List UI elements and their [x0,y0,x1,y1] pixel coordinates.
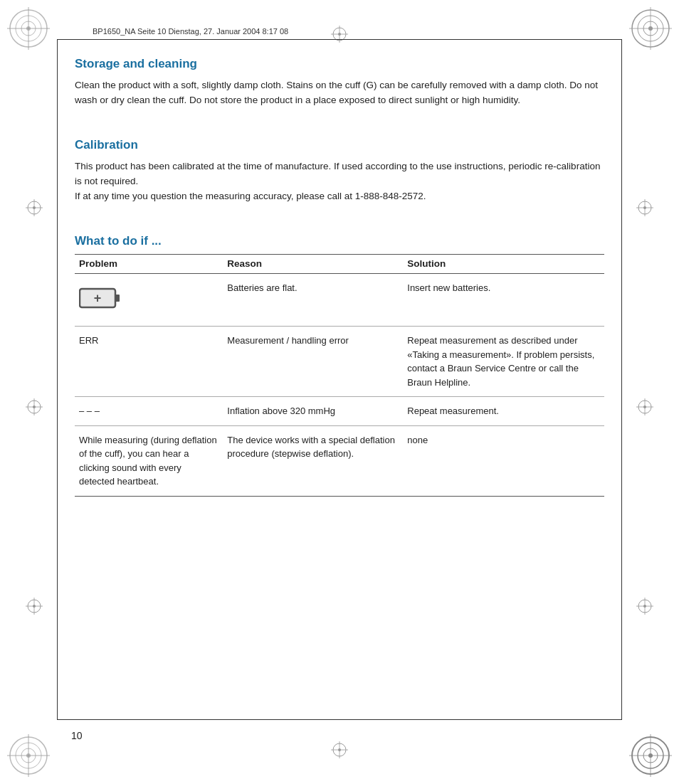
calibration-body-line2: If at any time you question the measurin… [75,191,426,201]
crosshair-bottom [331,741,348,758]
corner-mark-br [629,734,672,777]
problem-table: Problem Reason Solution + [75,254,604,497]
battery-icon-container: + [79,281,219,319]
table-row: + Batteries are flat. Insert new batteri… [75,273,604,327]
corner-mark-bl [7,734,50,777]
left-border-line [57,39,58,720]
problem-cell-clicking: While measuring (during deflation of the… [75,425,223,496]
calibration-body: This product has been calibrated at the … [75,159,604,204]
solution-cell-err: Repeat measurement as described under «T… [403,327,604,397]
col-header-problem: Problem [75,254,223,273]
table-row: While measuring (during deflation of the… [75,425,604,496]
corner-mark-tl [7,7,50,50]
table-header-row: Problem Reason Solution [75,254,604,273]
col-header-solution: Solution [403,254,604,273]
reason-cell-battery: Batteries are flat. [223,273,403,327]
calibration-body-line1: This product has been calibrated at the … [75,161,600,186]
crosshair-left-bot [26,598,43,615]
corner-mark-tr [629,7,672,50]
crosshair-left-mid [26,398,43,415]
col-header-reason: Reason [223,254,403,273]
problem-cell-err: ERR [75,327,223,397]
footer-bar [57,719,622,720]
problem-cell-dashes: – – – [75,397,223,426]
page-container: BP1650_NA Seite 10 Dienstag, 27. Januar … [0,0,679,784]
what-to-do-title: What to do if ... [75,234,604,248]
reason-cell-err: Measurement / handling error [223,327,403,397]
table-row: – – – Inflation above 320 mmHg Repeat me… [75,397,604,426]
table-row: ERR Measurement / handling error Repeat … [75,327,604,397]
solution-cell-clicking: none [403,425,604,496]
storage-body: Clean the product with a soft, slightly … [75,78,604,108]
calibration-title: Calibration [75,138,604,152]
solution-cell-battery: Insert new batteries. [403,273,604,327]
reason-cell-clicking: The device works with a special deflatio… [223,425,403,496]
storage-title: Storage and cleaning [75,57,604,71]
header-text: BP1650_NA Seite 10 Dienstag, 27. Januar … [93,27,288,36]
crosshair-right-top [636,199,653,216]
crosshair-top [331,26,348,43]
problem-cell-battery: + [75,273,223,327]
svg-text:+: + [94,291,102,305]
crosshair-right-bot [636,598,653,615]
right-border-line [621,39,622,720]
solution-cell-dashes: Repeat measurement. [403,397,604,426]
crosshair-right-mid [636,398,653,415]
crosshair-left-top [26,199,43,216]
svg-rect-57 [115,295,120,302]
header-bar [57,39,622,40]
battery-icon: + [79,287,120,309]
page-number: 10 [71,730,83,741]
reason-cell-dashes: Inflation above 320 mmHg [223,397,403,426]
main-content: Storage and cleaning Clean the product w… [75,57,604,497]
